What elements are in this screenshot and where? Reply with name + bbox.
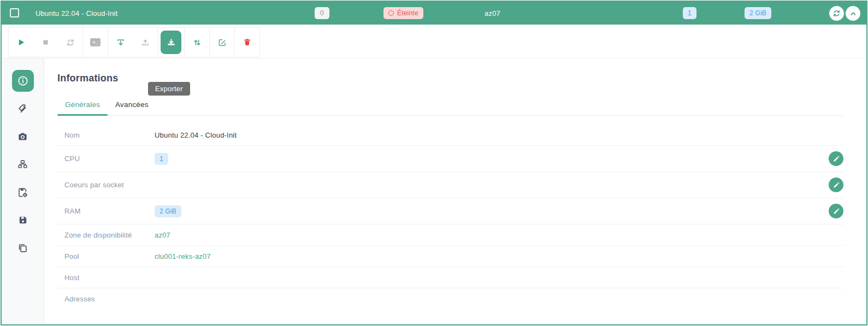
vm-detail-page: Ubuntu 22.04 - Cloud-Init 0 Éteinte az07… (1, 1, 867, 325)
pencil-icon (833, 208, 840, 215)
edit-cores-button[interactable] (829, 177, 843, 192)
row-value: az07 (155, 231, 843, 239)
sidebar-item-tags[interactable] (12, 98, 34, 120)
export-tooltip: Exporter (148, 82, 190, 96)
cpu-value-badge: 1 (155, 153, 168, 165)
pencil-icon (833, 182, 840, 188)
trash-icon (243, 38, 251, 46)
sidebar-item-snapshots[interactable] (12, 126, 34, 147)
row-label: RAM (64, 207, 155, 215)
edit-vm-button[interactable] (210, 28, 234, 57)
sidebar-item-clone[interactable] (12, 237, 34, 259)
ram-value-badge: 2 GiB (155, 205, 181, 217)
upload-icon (141, 38, 150, 47)
edit-group (209, 28, 234, 57)
edit-cpu-button[interactable] (829, 151, 843, 166)
open-console-button[interactable]: >_ (83, 28, 108, 57)
chevron-up-icon (849, 10, 857, 17)
pool-link[interactable]: clu001-reks-az07 (155, 252, 211, 260)
row-value: 1 (155, 153, 829, 165)
status-label: Éteinte (397, 9, 418, 17)
migrate-icon (193, 38, 202, 47)
vm-header-bar: Ubuntu 22.04 - Cloud-Init 0 Éteinte az07… (2, 2, 866, 25)
export-button[interactable] (158, 28, 184, 57)
delete-vm-button[interactable] (235, 28, 259, 57)
row-value: clu001-reks-az07 (155, 252, 843, 260)
network-icon (17, 159, 28, 170)
row-cpu: CPU 1 (57, 146, 843, 172)
restart-icon (66, 38, 75, 47)
tab-avancees[interactable]: Avancées (108, 97, 156, 115)
row-label: Zone de disponibilité (64, 231, 155, 239)
vm-sidebar (2, 58, 44, 325)
export-icon (161, 31, 181, 54)
sidebar-item-backup[interactable] (12, 209, 34, 231)
migrate-group (184, 28, 209, 57)
ram-badge: 2 GiB (745, 7, 771, 19)
zone-link[interactable]: az07 (155, 231, 170, 239)
delete-group (234, 28, 259, 57)
info-tabs: Générales Avancées (57, 97, 843, 116)
row-coeurs-par-socket: Coeurs par socket (57, 172, 843, 198)
edit-icon (218, 38, 227, 47)
sidebar-item-network[interactable] (12, 153, 34, 175)
import-icon (116, 38, 125, 47)
zone-label: az07 (485, 9, 500, 17)
row-zone: Zone de disponibilité az07 (57, 224, 843, 246)
row-label: Nom (64, 131, 155, 139)
toolbar-row: >_ (2, 25, 866, 58)
vm-action-toolbar: >_ (8, 27, 260, 57)
sidebar-item-informations[interactable] (12, 70, 34, 92)
row-ram: RAM 2 GiB (57, 198, 843, 224)
transfer-group (108, 28, 157, 57)
console-icon: >_ (90, 38, 101, 46)
console-group: >_ (82, 28, 108, 57)
row-value: 2 GiB (155, 205, 829, 217)
row-label: Pool (64, 252, 155, 260)
import-button[interactable] (108, 28, 133, 57)
info-rows: Nom Ubuntu 22.04 - Cloud-Init CPU 1 (57, 125, 843, 310)
power-off-icon (388, 10, 394, 16)
informations-panel: Informations Générales Avancées Nom Ubun… (44, 58, 866, 325)
row-label: Host (64, 274, 155, 282)
edit-ram-button[interactable] (829, 204, 843, 218)
cpu-count-badge: 1 (683, 7, 696, 19)
row-pool: Pool clu001-reks-az07 (57, 246, 843, 267)
row-label: CPU (64, 155, 155, 163)
migrate-button[interactable] (185, 28, 209, 57)
row-value: Ubuntu 22.04 - Cloud-Init (155, 131, 843, 139)
sidebar-item-cloud-init[interactable] (12, 181, 34, 203)
tags-icon (17, 104, 28, 114)
info-icon (17, 75, 28, 86)
upload-button[interactable] (133, 28, 157, 57)
refresh-button[interactable] (829, 6, 844, 21)
row-nom: Nom Ubuntu 22.04 - Cloud-Init (57, 125, 843, 146)
start-vm-button[interactable] (9, 28, 33, 57)
status-badge: Éteinte (383, 7, 423, 19)
restart-vm-button[interactable] (58, 28, 82, 57)
power-group (9, 28, 82, 57)
row-adresses: Adresses (57, 288, 843, 310)
pencil-icon (833, 156, 840, 162)
play-icon (17, 38, 25, 46)
save-icon (18, 215, 28, 225)
file-config-icon (17, 187, 28, 198)
vm-select-checkbox[interactable] (10, 8, 19, 17)
stop-vm-button[interactable] (33, 28, 58, 57)
page-body: Informations Générales Avancées Nom Ubun… (2, 58, 866, 325)
row-label: Coeurs par socket (64, 181, 155, 189)
refresh-icon (832, 9, 841, 17)
stop-icon (42, 39, 49, 46)
row-label: Adresses (64, 295, 155, 303)
tab-generales[interactable]: Générales (57, 97, 108, 115)
row-host: Host (57, 267, 843, 288)
copy-icon (17, 243, 28, 253)
snapshot-camera-icon (17, 132, 28, 142)
vm-title: Ubuntu 22.04 - Cloud-Init (36, 9, 117, 17)
snapshot-count-badge: 0 (315, 7, 329, 19)
collapse-button[interactable] (846, 6, 860, 21)
export-group (157, 28, 184, 57)
